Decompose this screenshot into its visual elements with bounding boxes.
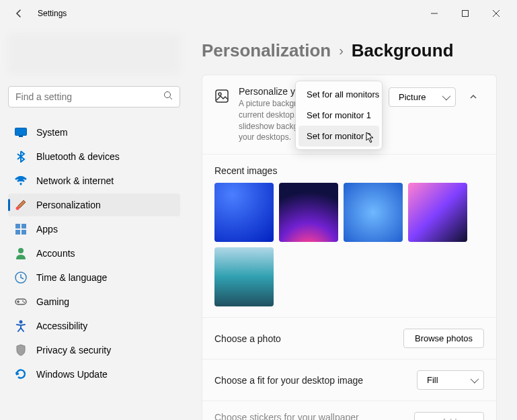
svg-rect-5	[19, 136, 23, 137]
svg-rect-18	[216, 90, 228, 102]
svg-point-19	[218, 93, 221, 95]
sidebar-item-accessibility[interactable]: Accessibility	[8, 314, 180, 337]
apps-icon	[15, 223, 27, 235]
sidebar-item-label: Time & language	[36, 272, 107, 283]
svg-point-17	[19, 321, 23, 324]
breadcrumb-current: Background	[352, 40, 454, 61]
sidebar-item-label: Gaming	[36, 296, 69, 307]
game-icon	[15, 296, 27, 308]
svg-point-12	[18, 248, 24, 253]
dropdown-value: Fill	[427, 375, 438, 385]
add-stickers-button: Add stickers	[414, 412, 484, 420]
svg-point-15	[22, 300, 24, 302]
menu-item-set-for-monitor-2[interactable]: Set for monitor 2	[299, 126, 379, 146]
search-box[interactable]	[8, 86, 180, 108]
back-button[interactable]	[5, 0, 32, 27]
svg-point-2	[165, 92, 171, 98]
search-input[interactable]	[15, 91, 163, 102]
breadcrumb-parent[interactable]: Personalization	[202, 40, 331, 61]
svg-rect-1	[463, 11, 469, 17]
menu-item-set-for-all-monitors[interactable]: Set for all monitors	[299, 84, 379, 105]
svg-point-6	[20, 183, 22, 185]
sidebar-item-system[interactable]: System	[8, 121, 180, 144]
choose-photo-label: Choose a photo	[214, 333, 281, 344]
context-menu: Set for all monitorsSet for monitor 1Set…	[295, 81, 383, 150]
sidebar-item-windows-update[interactable]: Windows Update	[8, 363, 180, 386]
expand-button[interactable]	[463, 86, 484, 108]
sidebar-item-label: System	[36, 127, 68, 138]
sidebar-item-apps[interactable]: Apps	[8, 218, 180, 241]
svg-point-16	[24, 302, 25, 303]
sidebar-item-label: Privacy & security	[36, 345, 111, 355]
recent-image-thumb[interactable]	[214, 247, 274, 306]
sidebar-item-privacy-security[interactable]: Privacy & security	[8, 339, 180, 362]
titlebar: Settings	[0, 0, 517, 27]
update-icon	[15, 368, 27, 380]
minimize-button[interactable]	[419, 0, 450, 27]
menu-item-set-for-monitor-1[interactable]: Set for monitor 1	[299, 105, 379, 126]
sidebar: SystemBluetooth & devicesNetwork & inter…	[0, 27, 188, 420]
recent-images-label: Recent images	[214, 165, 484, 176]
recent-image-thumb[interactable]	[408, 183, 467, 242]
choose-fit-label: Choose a fit for your desktop image	[214, 375, 363, 386]
picture-icon	[214, 89, 229, 103]
main-content: Personalization › Background Personalize…	[188, 27, 517, 420]
recent-image-thumb[interactable]	[279, 183, 338, 242]
stickers-title: Choose stickers for your wallpaper	[214, 412, 401, 420]
search-icon	[163, 91, 173, 103]
breadcrumb: Personalization › Background	[202, 40, 497, 61]
sidebar-item-label: Windows Update	[36, 369, 108, 380]
brush-icon	[15, 199, 27, 211]
sidebar-item-label: Personalization	[36, 200, 101, 210]
close-button[interactable]	[481, 0, 512, 27]
browse-photos-button[interactable]: Browse photos	[403, 329, 484, 348]
recent-image-thumb[interactable]	[344, 183, 403, 242]
sidebar-item-label: Bluetooth & devices	[36, 151, 120, 162]
sidebar-item-gaming[interactable]: Gaming	[8, 290, 180, 313]
fit-dropdown[interactable]: Fill	[417, 370, 484, 390]
user-card[interactable]	[8, 34, 180, 74]
accessibility-icon	[15, 320, 27, 332]
bluetooth-icon	[15, 151, 27, 163]
sidebar-item-label: Network & internet	[36, 175, 114, 186]
svg-rect-9	[22, 224, 26, 228]
window-title: Settings	[38, 9, 67, 18]
svg-rect-10	[15, 230, 20, 235]
sidebar-item-label: Accounts	[36, 248, 75, 259]
clock-icon	[15, 271, 27, 284]
sidebar-item-time-language[interactable]: Time & language	[8, 266, 180, 289]
svg-line-3	[170, 97, 173, 100]
svg-rect-4	[15, 128, 27, 136]
shield-icon	[15, 344, 27, 356]
svg-rect-8	[15, 224, 20, 228]
svg-rect-11	[22, 230, 26, 235]
system-icon	[15, 126, 27, 138]
chevron-right-icon: ›	[339, 43, 344, 58]
sidebar-item-accounts[interactable]: Accounts	[8, 242, 180, 265]
sidebar-item-bluetooth-devices[interactable]: Bluetooth & devices	[8, 145, 180, 168]
sidebar-item-network-internet[interactable]: Network & internet	[8, 169, 180, 192]
person-icon	[15, 247, 27, 259]
maximize-button[interactable]	[450, 0, 481, 27]
wifi-icon	[15, 175, 27, 187]
sidebar-item-label: Accessibility	[36, 321, 87, 331]
dropdown-value: Picture	[399, 92, 426, 102]
sidebar-item-personalization[interactable]: Personalization	[8, 194, 180, 216]
svg-point-7	[16, 207, 19, 210]
sidebar-item-label: Apps	[36, 224, 58, 235]
recent-image-thumb[interactable]	[214, 183, 274, 242]
background-type-dropdown[interactable]: Picture	[389, 87, 456, 107]
